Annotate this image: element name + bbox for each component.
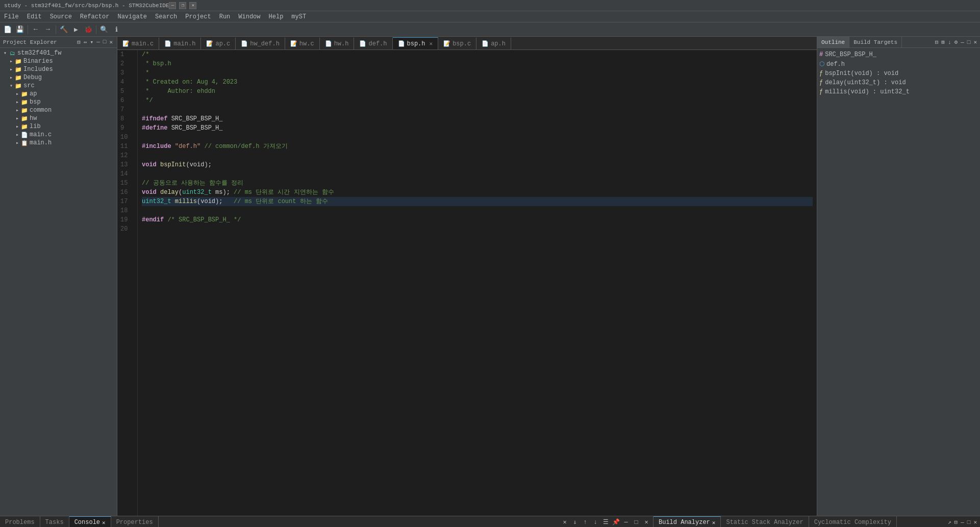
analyzer-action-2[interactable]: ⊟ (953, 519, 959, 525)
tree-item-Debug[interactable]: ▸📁Debug (0, 73, 117, 82)
tree-item-common[interactable]: ▸📁common (0, 106, 117, 114)
tab-close-bsp-h[interactable]: ✕ (430, 40, 433, 47)
console-scroll-down[interactable]: ↓ (591, 518, 600, 527)
analyzer-tab-close[interactable]: ✕ (712, 519, 716, 526)
outline-item[interactable]: #SRC_BSP_BSP_H_ (817, 50, 980, 59)
main-layout: Project Explorer ⊟ ⇔ ▾ — □ ✕ ▾🗂stm32f401… (0, 37, 980, 516)
code-content[interactable]: /* * bsp.h * * Created on: Aug 4, 2023 *… (138, 50, 817, 516)
analyzer-action-1[interactable]: ↗ (947, 519, 952, 525)
console-minimize[interactable]: — (621, 518, 631, 527)
console-close[interactable]: ✕ (642, 518, 651, 527)
outline-tab-build-targets[interactable]: Build Targets (849, 37, 902, 47)
close-panel-button[interactable]: ✕ (108, 39, 114, 45)
outline-item[interactable]: ƒmillis(void) : uint32_t (817, 87, 980, 96)
analyzer-tabs: Build Analyzer✕Static Stack AnalyzerCycl… (654, 516, 980, 527)
analyzer-tab-cyclomatic-complexity[interactable]: Cyclomatic Complexity (809, 516, 897, 528)
analyzer-maximize[interactable]: □ (966, 519, 972, 525)
tab-main-h[interactable]: 📄main.h (159, 37, 201, 49)
menu-item-project[interactable]: Project (181, 11, 215, 22)
menu-item-edit[interactable]: Edit (23, 11, 46, 22)
toolbar-search-icon[interactable]: 🔍 (98, 24, 110, 35)
console-tab-properties[interactable]: Properties (111, 516, 159, 528)
menu-item-navigate[interactable]: Navigate (113, 11, 151, 22)
tab-ap-h[interactable]: 📄ap.h (476, 37, 511, 49)
analyzer-tab-build-analyzer[interactable]: Build Analyzer✕ (654, 516, 721, 528)
tree-item-Binaries[interactable]: ▸📁Binaries (0, 57, 117, 65)
tree-item-main-c[interactable]: ▸📄main.c (0, 131, 117, 139)
menu-item-file[interactable]: File (0, 11, 23, 22)
project-explorer-title: Project Explorer (3, 39, 57, 45)
tab-bsp-c[interactable]: 📝bsp.c (438, 37, 476, 49)
outline-item[interactable]: ƒdelay(uint32_t) : void (817, 78, 980, 87)
console-options[interactable]: ☰ (601, 518, 610, 527)
toolbar-fwd-icon[interactable]: → (42, 24, 54, 35)
tab-hw-c[interactable]: 📝hw.c (285, 37, 320, 49)
menu-item-run[interactable]: Run (215, 11, 235, 22)
toolbar-info-icon[interactable]: ℹ (111, 24, 122, 35)
view-menu-button[interactable]: ▾ (89, 39, 95, 45)
outline-close[interactable]: ✕ (972, 39, 978, 45)
maximize-button[interactable]: ❐ (179, 2, 186, 9)
minimize-panel-button[interactable]: — (95, 39, 101, 45)
toolbar-save-icon[interactable]: 💾 (14, 24, 26, 35)
console-tab-console[interactable]: Console ✕ (69, 516, 111, 528)
tree-label: common (30, 107, 52, 114)
analyzer-tab-static-stack-analyzer[interactable]: Static Stack Analyzer (721, 516, 809, 528)
analyzer-close[interactable]: ✕ (972, 519, 978, 525)
console-tab-problems[interactable]: Problems (0, 516, 40, 528)
menu-item-window[interactable]: Window (234, 11, 264, 22)
close-button[interactable]: ✕ (189, 2, 196, 9)
console-tab-close[interactable]: ✕ (102, 519, 106, 526)
maximize-panel-button[interactable]: □ (102, 39, 108, 45)
toolbar-back-icon[interactable]: ← (30, 24, 41, 35)
console-pin[interactable]: 📌 (611, 518, 620, 527)
outline-item[interactable]: ⬡def.h (817, 59, 980, 69)
tree-item-bsp[interactable]: ▸📁bsp (0, 98, 117, 106)
tree-item-lib[interactable]: ▸📁lib (0, 122, 117, 131)
tab-ap-c[interactable]: 📝ap.c (201, 37, 236, 49)
tab-hw-h[interactable]: 📄hw.h (320, 37, 355, 49)
outline-action-1[interactable]: ⊟ (934, 39, 940, 45)
outline-item[interactable]: ƒbspInit(void) : void (817, 69, 980, 78)
menu-item-help[interactable]: Help (265, 11, 288, 22)
tab-hw_def-h[interactable]: 📄hw_def.h (236, 37, 285, 49)
menu-item-search[interactable]: Search (151, 11, 181, 22)
menu-item-refactor[interactable]: Refactor (76, 11, 114, 22)
code-editor[interactable]: 1234567891011121314151617181920 /* * bsp… (117, 50, 817, 516)
tab-bsp-h[interactable]: 📄bsp.h✕ (393, 37, 439, 49)
outline-tab-outline[interactable]: Outline (817, 37, 849, 47)
tree-item-stm32f401_fw[interactable]: ▾🗂stm32f401_fw (0, 49, 117, 57)
tree-item-ap[interactable]: ▸📁ap (0, 90, 117, 98)
outline-action-2[interactable]: ⊞ (940, 39, 946, 45)
toolbar-file-icon[interactable]: 📄 (2, 24, 13, 35)
tree-item-hw[interactable]: ▸📁hw (0, 114, 117, 122)
console-maximize[interactable]: □ (632, 518, 641, 527)
console-clear-button[interactable]: ✕ (560, 518, 569, 527)
console-tab-tasks[interactable]: Tasks (40, 516, 69, 528)
outline-minimize[interactable]: — (960, 39, 965, 45)
toolbar-debug-icon[interactable]: 🐞 (83, 24, 94, 35)
token-fn: millis (175, 197, 197, 206)
console-scroll-lock[interactable]: ⇓ (570, 518, 580, 527)
menu-item-myst[interactable]: myST (287, 11, 310, 22)
link-editor-button[interactable]: ⇔ (83, 39, 88, 45)
outline-action-4[interactable]: ⚙ (953, 39, 959, 45)
minimize-button[interactable]: — (169, 2, 176, 9)
token-type: uint32_t (182, 188, 212, 197)
console-scroll-up[interactable]: ↑ (581, 518, 590, 527)
analyzer-minimize[interactable]: — (960, 519, 965, 525)
tab-main-c[interactable]: 📝main.c (117, 37, 159, 49)
code-line-10 (142, 133, 813, 142)
tab-label: bsp.h (407, 40, 425, 47)
tab-def-h[interactable]: 📄def.h (354, 37, 392, 49)
tree-item-main-h[interactable]: ▸📋main.h (0, 139, 117, 147)
line-number-2: 2 (120, 59, 134, 68)
outline-action-3[interactable]: ↓ (947, 39, 952, 45)
tree-item-Includes[interactable]: ▸📁Includes (0, 65, 117, 73)
menu-item-source[interactable]: Source (46, 11, 76, 22)
outline-maximize[interactable]: □ (966, 39, 972, 45)
toolbar-run-icon[interactable]: ▶ (70, 24, 82, 35)
toolbar-build-icon[interactable]: 🔨 (58, 24, 69, 35)
tree-item-src[interactable]: ▾📁src (0, 82, 117, 90)
collapse-all-button[interactable]: ⊟ (76, 39, 82, 45)
